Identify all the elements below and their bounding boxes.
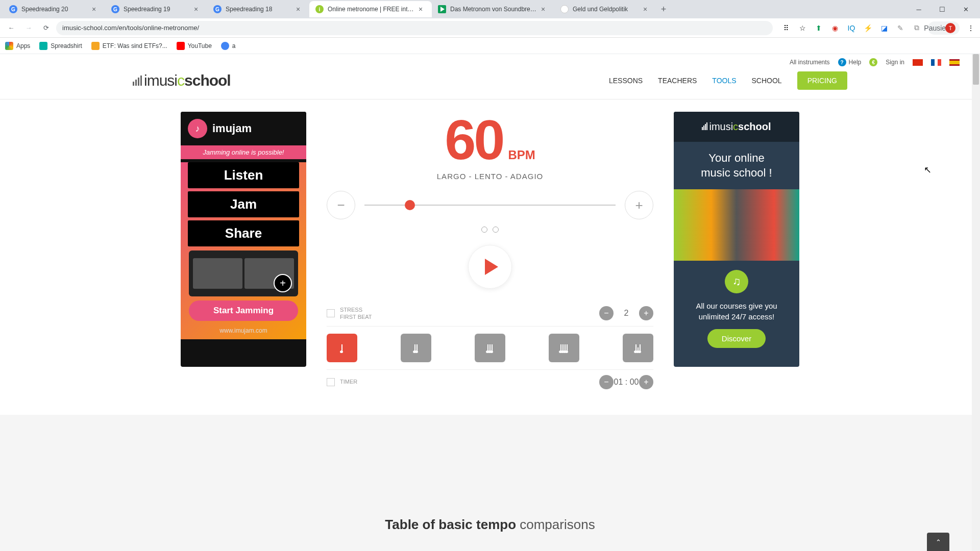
bookmark-apps[interactable]: Apps	[5, 42, 30, 50]
subdivision-1[interactable]	[327, 334, 357, 362]
play-button[interactable]	[468, 245, 512, 289]
bpm-increase-button[interactable]: +	[625, 191, 653, 219]
reload-button[interactable]: ⟳	[39, 21, 53, 35]
bpm-value: 60	[445, 112, 503, 168]
pricing-button[interactable]: PRICING	[797, 71, 847, 90]
currency-icon[interactable]: €	[869, 58, 877, 66]
page-content: All instruments ?Help € Sign in imusicsc…	[0, 54, 980, 551]
tab-0[interactable]: GSpeedreading 20×	[3, 1, 105, 17]
browser-toolbar: ← → ⟳ imusic-school.com/en/tools/online-…	[0, 18, 980, 38]
timer-decrease-button[interactable]: −	[599, 375, 614, 389]
ad-right[interactable]: imusicschool Your online music school ! …	[674, 112, 799, 367]
ad-right-subtext: All our courses give you unlimited 24/7 …	[674, 293, 799, 329]
nav-lessons[interactable]: LESSONS	[609, 77, 643, 85]
menu-icon[interactable]: ⋮	[966, 23, 976, 33]
ad-tagline: Jamming online is possible!	[181, 145, 306, 159]
back-button[interactable]: ←	[4, 21, 18, 35]
nav-school[interactable]: SCHOOL	[752, 77, 782, 85]
subdivision-2[interactable]	[401, 334, 431, 362]
beats-value: 2	[614, 309, 639, 318]
ad-right-logo: imusicschool	[679, 121, 794, 133]
tempo-name: LARGO - LENTO - ADAGIO	[327, 172, 653, 181]
timer-checkbox[interactable]	[327, 378, 335, 386]
all-instruments-link[interactable]: All instruments	[790, 59, 830, 66]
extension-icon[interactable]: ⚡	[863, 23, 873, 33]
tab-3[interactable]: iOnline metronome | FREE intera×	[309, 1, 432, 17]
beat-indicator	[327, 227, 653, 233]
tab-1[interactable]: GSpeedreading 19×	[105, 1, 207, 17]
forward-button[interactable]: →	[21, 21, 36, 35]
tab-4[interactable]: Das Metronom von Soundbrenn×	[432, 1, 554, 17]
timer-value: 01 : 00	[614, 378, 639, 387]
close-icon[interactable]: ×	[541, 5, 548, 13]
subdivision-selector	[327, 327, 653, 370]
close-icon[interactable]: ×	[296, 5, 303, 13]
beats-increase-button[interactable]: +	[639, 306, 653, 320]
stress-checkbox[interactable]	[327, 309, 335, 317]
profile-chip[interactable]: Pausiert T	[928, 21, 960, 35]
bpm-decrease-button[interactable]: −	[327, 191, 355, 219]
bpm-slider-thumb[interactable]	[405, 200, 415, 210]
ad-stripe: Jam	[188, 191, 299, 217]
close-window-button[interactable]: ✕	[954, 2, 977, 17]
extension-icon[interactable]: ◉	[830, 23, 840, 33]
flag-es-icon[interactable]	[949, 59, 960, 66]
close-icon[interactable]: ×	[643, 5, 650, 13]
nav-teachers[interactable]: TEACHERS	[658, 77, 697, 85]
bookmark-star-icon[interactable]: ☆	[797, 23, 807, 33]
imujam-logo-icon: ♪	[188, 119, 207, 138]
beat-dot	[493, 227, 499, 233]
subdivision-3[interactable]	[475, 334, 505, 362]
ad-right-image	[674, 189, 799, 261]
ad-mock-image: +	[189, 251, 298, 296]
close-icon[interactable]: ×	[194, 5, 201, 13]
bookmarks-bar: Apps Spreadshirt ETF: Was sind ETFs?... …	[0, 38, 980, 54]
nav-tools[interactable]: TOOLS	[712, 77, 736, 85]
timer-increase-button[interactable]: +	[639, 375, 653, 389]
translate-icon[interactable]: ⠿	[781, 23, 791, 33]
extension-icon[interactable]: IQ	[846, 23, 856, 33]
ad-stripe: Listen	[188, 162, 299, 188]
close-icon[interactable]: ×	[419, 5, 426, 13]
ad-url: www.imujam.com	[181, 324, 306, 339]
ad-right-headline: Your online music school !	[674, 142, 799, 189]
vertical-scrollbar[interactable]	[972, 54, 980, 551]
extension-icon[interactable]: ◪	[879, 23, 889, 33]
flag-fr-icon[interactable]	[931, 59, 941, 66]
site-logo[interactable]: imusicschool	[133, 72, 231, 89]
bpm-slider[interactable]	[364, 205, 616, 206]
bpm-label: BPM	[508, 148, 535, 162]
bookmark-item[interactable]: YouTube	[177, 42, 212, 50]
beats-decrease-button[interactable]: −	[599, 306, 614, 320]
help-icon: ?	[838, 58, 846, 66]
tab-5[interactable]: Geld und Geldpolitik×	[554, 1, 656, 17]
help-link[interactable]: ?Help	[838, 58, 862, 66]
subdivision-4[interactable]	[549, 334, 579, 362]
extension-icon[interactable]: ⬆	[814, 23, 824, 33]
ad-brand: imujam	[212, 122, 252, 135]
sign-in-link[interactable]: Sign in	[886, 59, 904, 66]
tab-2[interactable]: GSpeedreading 18×	[207, 1, 309, 17]
maximize-button[interactable]: ☐	[931, 2, 953, 17]
metronome-widget: 60 BPM LARGO - LENTO - ADAGIO − +	[327, 112, 653, 394]
scroll-to-top-button[interactable]: ⌃	[927, 533, 949, 551]
subdivision-5[interactable]	[623, 334, 653, 362]
close-icon[interactable]: ×	[92, 5, 99, 13]
discover-button[interactable]: Discover	[707, 329, 766, 348]
ad-cta-button[interactable]: Start Jamming	[189, 300, 298, 321]
flag-cn-icon[interactable]	[913, 59, 923, 66]
new-tab-button[interactable]: +	[656, 2, 671, 16]
utility-bar: All instruments ?Help € Sign in	[0, 54, 980, 66]
extension-icon[interactable]: ⧉	[912, 23, 922, 33]
timer-label: TIMER	[340, 378, 357, 385]
bookmark-item[interactable]: ETF: Was sind ETFs?...	[91, 42, 167, 50]
minimize-button[interactable]: ─	[908, 2, 930, 17]
bookmark-item[interactable]: a	[221, 42, 236, 50]
stress-label: STRESS FIRST BEAT	[340, 306, 372, 321]
extension-icon[interactable]: ✎	[895, 23, 905, 33]
tab-strip: GSpeedreading 20× GSpeedreading 19× GSpe…	[0, 0, 980, 18]
site-header: imusicschool LESSONS TEACHERS TOOLS SCHO…	[0, 66, 980, 99]
bookmark-item[interactable]: Spreadshirt	[39, 42, 82, 50]
address-bar[interactable]: imusic-school.com/en/tools/online-metron…	[56, 21, 773, 35]
ad-left[interactable]: ♪ imujam Jamming online is possible! Lis…	[181, 112, 306, 367]
